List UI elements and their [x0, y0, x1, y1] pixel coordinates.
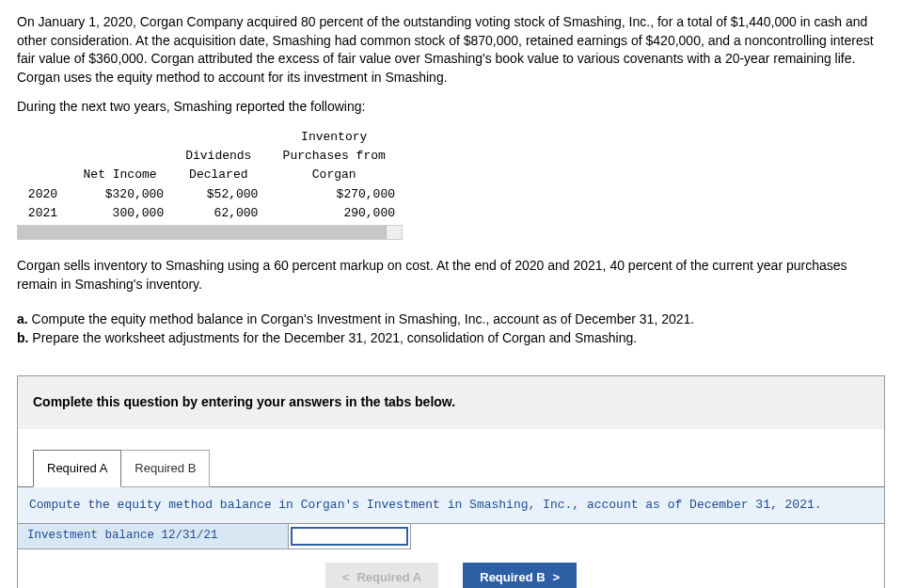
- cell-div: 62,000: [171, 204, 265, 223]
- markup-paragraph: Corgan sells inventory to Smashing using…: [17, 257, 885, 294]
- investment-balance-cell: [289, 524, 411, 549]
- investment-balance-label: Investment balance 12/31/21: [18, 524, 289, 549]
- tab-required-a[interactable]: Required A: [33, 450, 121, 487]
- chevron-right-icon: >: [553, 570, 561, 584]
- tab-a-prompt: Compute the equity method balance in Cor…: [18, 487, 884, 524]
- col-inventory-l1: Inventory: [265, 128, 403, 147]
- instruction-bar: Complete this question by entering your …: [18, 376, 884, 429]
- answer-area: Complete this question by entering your …: [17, 375, 885, 588]
- question-a-text: Compute the equity method balance in Cor…: [28, 311, 695, 326]
- col-inventory-l2: Purchases from: [265, 147, 403, 166]
- scrollbar-thumb[interactable]: [18, 226, 387, 239]
- col-dividends-l1: Dividends: [171, 147, 265, 166]
- next-required-b-button[interactable]: Required B >: [463, 563, 577, 588]
- cell-inv: 290,000: [265, 204, 403, 223]
- cell-year: 2020: [17, 185, 69, 204]
- question-b-text: Prepare the worksheet adjustments for th…: [28, 330, 637, 345]
- chevron-left-icon: <: [342, 570, 350, 584]
- prev-label: Required A: [356, 570, 421, 584]
- tab-pane-a: Compute the equity method balance in Cor…: [18, 486, 884, 549]
- table-row: 2020 $320,000 $52,000 $270,000: [17, 185, 403, 204]
- col-dividends-l2: Declared: [171, 166, 265, 184]
- cell-ni: $320,000: [69, 185, 171, 204]
- col-inventory-l3: Corgan: [265, 166, 403, 184]
- investment-balance-input[interactable]: [291, 527, 408, 546]
- col-net-income: Net Income: [69, 166, 171, 184]
- financial-data-table: Inventory Dividends Purchases from Net I…: [17, 128, 403, 223]
- tab-required-b[interactable]: Required B: [121, 450, 210, 487]
- next-label: Required B: [480, 570, 545, 584]
- nav-row: < Required A Required B >: [18, 563, 884, 588]
- questions-block: a. Compute the equity method balance in …: [17, 310, 885, 347]
- table-row: 2021 300,000 62,000 290,000: [17, 204, 403, 223]
- cell-inv: $270,000: [265, 185, 403, 204]
- cell-ni: 300,000: [69, 204, 171, 223]
- question-b-prefix: b.: [17, 330, 28, 345]
- tabs-row: Required A Required B: [18, 450, 884, 486]
- cell-year: 2021: [17, 204, 69, 223]
- intro-paragraph-2: During the next two years, Smashing repo…: [17, 98, 885, 117]
- prev-required-a-button: < Required A: [325, 563, 438, 588]
- answer-row: Investment balance 12/31/21: [18, 524, 884, 549]
- cell-div: $52,000: [171, 185, 265, 204]
- horizontal-scrollbar[interactable]: [17, 225, 403, 240]
- data-table-wrap: Inventory Dividends Purchases from Net I…: [17, 128, 403, 240]
- intro-paragraph-1: On January 1, 2020, Corgan Company acqui…: [17, 13, 885, 87]
- question-a-prefix: a.: [17, 311, 28, 326]
